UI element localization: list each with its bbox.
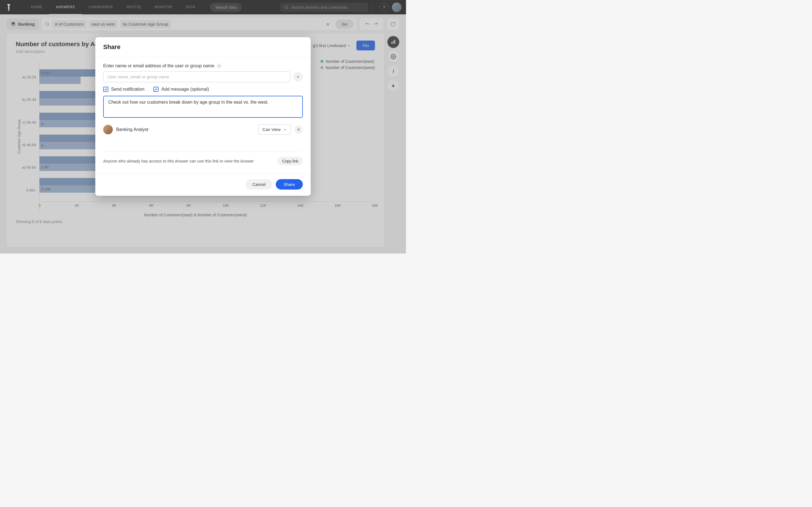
- plus-icon: [296, 75, 300, 79]
- share-row: Banking Analyst Can View: [103, 124, 303, 135]
- cancel-button[interactable]: Cancel: [246, 179, 272, 189]
- modal-footer: Cancel Share: [95, 174, 311, 196]
- add-user-button[interactable]: [293, 72, 303, 82]
- close-icon: [297, 128, 300, 131]
- modal-title: Share: [103, 43, 303, 51]
- remove-user-button[interactable]: [294, 125, 303, 134]
- link-row: Anyone who already has access to this An…: [103, 152, 303, 170]
- share-button[interactable]: Share: [276, 179, 303, 189]
- user-field-label: Enter name or email address of the user …: [103, 63, 303, 68]
- checkbox-checked-icon: [153, 87, 158, 92]
- share-list: Banking Analyst Can View: [103, 118, 303, 152]
- chevron-down-icon: [283, 128, 287, 131]
- permission-select[interactable]: Can View: [258, 124, 291, 135]
- info-icon[interactable]: i: [216, 63, 221, 68]
- share-user-avatar: [103, 125, 113, 134]
- send-notification-checkbox[interactable]: Send notification: [103, 87, 144, 92]
- share-modal: Share Enter name or email address of the…: [95, 37, 311, 196]
- message-textarea[interactable]: Check out how our customers break down b…: [103, 96, 303, 118]
- checkbox-checked-icon: [103, 87, 108, 92]
- link-text: Anyone who already has access to this An…: [103, 159, 274, 163]
- add-message-checkbox[interactable]: Add message (optional): [153, 87, 209, 92]
- copy-link-button[interactable]: Copy link: [277, 157, 303, 165]
- user-input[interactable]: [103, 71, 290, 82]
- modal-header: Share: [95, 37, 311, 57]
- share-user-name: Banking Analyst: [116, 127, 255, 132]
